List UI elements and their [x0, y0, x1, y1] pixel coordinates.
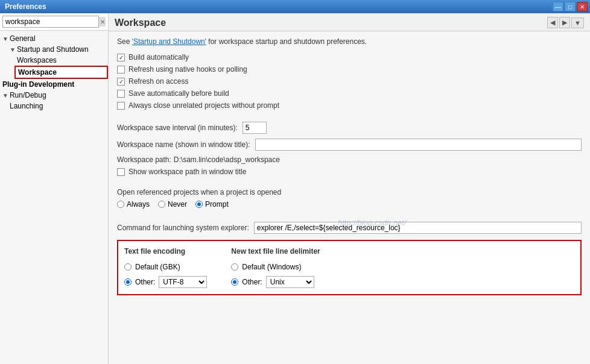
nav-dropdown-button[interactable]: ▼ — [571, 17, 584, 28]
save-interval-label: Workspace save interval (in minutes): — [117, 124, 238, 132]
main-container: ✕ ▼ General ▼ Startup and Shutdown — [0, 13, 590, 364]
option-close-unrelated: Always close unrelated projects without … — [117, 101, 582, 110]
line-delimiter-section: New text file line delimiter Default (Wi… — [231, 247, 320, 288]
build-auto-label: Build automatically — [128, 53, 189, 61]
line-delimiter-title: New text file line delimiter — [231, 247, 320, 256]
command-row: Command for launching system explorer: — [117, 222, 582, 234]
radio-group: Always Never Prompt — [117, 200, 582, 209]
default-gbk-row: Default (GBK) — [124, 263, 207, 271]
refresh-access-label: Refresh on access — [128, 77, 188, 86]
default-windows-radio[interactable] — [231, 263, 238, 271]
text-encoding-section: Text file encoding Default (GBK) Other: … — [124, 247, 207, 288]
command-input[interactable] — [254, 222, 582, 234]
radio-prompt-circle — [195, 201, 203, 208]
other-encoding-label: Other: — [135, 278, 155, 286]
other-delim-row: Other: Unix Windows Mac — [231, 276, 320, 288]
option-refresh-access: Refresh on access — [117, 77, 582, 86]
radio-prompt-label: Prompt — [205, 200, 229, 209]
workspace-path-label: Workspace path: — [117, 155, 171, 164]
see-text: See — [117, 37, 132, 46]
sidebar-item-workspace[interactable]: Workspace — [14, 66, 108, 79]
sidebar-item-plugin-dev[interactable]: Plug-in Development — [0, 79, 108, 90]
sidebar-item-launching-label: Launching — [10, 102, 43, 110]
run-debug-group: Launching — [0, 101, 108, 111]
other-encoding-row: Other: UTF-8 GBK ISO-8859-1 — [124, 276, 207, 288]
option-build-auto: Build automatically — [117, 53, 582, 61]
close-button[interactable]: ✕ — [577, 2, 588, 11]
encoding-box: Text file encoding Default (GBK) Other: … — [117, 240, 582, 295]
sidebar-item-general-label: General — [10, 34, 36, 43]
radio-always-circle — [117, 201, 124, 208]
window-title: Preferences — [5, 2, 46, 11]
sidebar-item-workspaces[interactable]: Workspaces — [14, 55, 108, 66]
default-windows-row: Default (Windows) — [231, 263, 320, 271]
radio-never-label: Never — [168, 200, 187, 209]
sidebar-item-run-debug[interactable]: ▼ Run/Debug — [0, 90, 108, 101]
sidebar-item-startup-shutdown[interactable]: ▼ Startup and Shutdown — [7, 44, 108, 55]
other-delim-radio[interactable] — [231, 278, 238, 286]
sidebar-item-workspaces-label: Workspaces — [17, 56, 57, 64]
workspace-name-row: Workspace name (shown in window title): — [117, 139, 582, 151]
workspace-name-label: Workspace name (shown in window title): — [117, 140, 250, 149]
title-bar: Preferences — □ ✕ — [0, 0, 590, 13]
nav-forward-button[interactable]: ▶ — [559, 17, 570, 28]
close-unrelated-label: Always close unrelated projects without … — [128, 101, 279, 110]
see-line: See 'Startup and Shutdown' for workspace… — [117, 37, 582, 46]
save-interval-input[interactable] — [243, 122, 267, 134]
search-container: ✕ — [0, 13, 108, 31]
radio-never-circle — [158, 201, 165, 208]
left-panel: ✕ ▼ General ▼ Startup and Shutdown — [0, 13, 109, 364]
sidebar-item-plugin-dev-label: Plug-in Development — [2, 80, 74, 89]
sidebar-item-launching[interactable]: Launching — [7, 101, 108, 111]
sidebar-item-workspace-label: Workspace — [18, 68, 57, 77]
save-interval-row: Workspace save interval (in minutes): — [117, 122, 582, 134]
clear-search-button[interactable]: ✕ — [99, 17, 106, 27]
refresh-access-checkbox[interactable] — [117, 78, 125, 86]
restore-button[interactable]: □ — [565, 2, 576, 11]
command-label: Command for launching system explorer: — [117, 224, 249, 232]
other-encoding-radio[interactable] — [124, 278, 132, 286]
save-auto-checkbox[interactable] — [117, 90, 125, 98]
page-title: Workspace — [115, 17, 166, 28]
window-controls: — □ ✕ — [553, 2, 588, 11]
default-windows-label: Default (Windows) — [242, 263, 301, 271]
right-panel: Workspace ◀ ▶ ▼ See 'Startup and Shutdow… — [109, 13, 590, 364]
show-path-checkbox[interactable] — [117, 168, 125, 176]
radio-always-label: Always — [127, 200, 150, 209]
sidebar-item-run-debug-label: Run/Debug — [10, 91, 46, 99]
option-save-auto: Save automatically before build — [117, 89, 582, 98]
workspace-name-input[interactable] — [255, 139, 582, 151]
option-show-path: Show workspace path in window title — [117, 168, 582, 176]
see-suffix: for workspace startup and shutdown prefe… — [206, 37, 367, 46]
expand-rundebug-icon: ▼ — [2, 92, 8, 99]
radio-always[interactable]: Always — [117, 200, 150, 209]
nav-back-button[interactable]: ◀ — [547, 17, 558, 28]
delimiter-select[interactable]: Unix Windows Mac — [266, 276, 314, 288]
encoding-select[interactable]: UTF-8 GBK ISO-8859-1 — [159, 276, 207, 288]
sidebar-item-general[interactable]: ▼ General — [0, 33, 108, 44]
content-area: See 'Startup and Shutdown' for workspace… — [109, 31, 590, 364]
minimize-button[interactable]: — — [553, 2, 563, 11]
expand-startup-icon: ▼ — [10, 46, 16, 53]
search-input[interactable] — [2, 16, 99, 28]
save-auto-label: Save automatically before build — [128, 89, 229, 98]
default-gbk-label: Default (GBK) — [135, 263, 180, 271]
radio-prompt[interactable]: Prompt — [195, 200, 229, 209]
see-link[interactable]: 'Startup and Shutdown' — [132, 37, 206, 46]
build-auto-checkbox[interactable] — [117, 54, 125, 61]
startup-group: Workspaces Workspace — [7, 55, 108, 79]
option-refresh-native: Refresh using native hooks or polling — [117, 65, 582, 74]
close-unrelated-checkbox[interactable] — [117, 102, 125, 110]
open-projects-label: Open referenced projects when a project … — [117, 188, 582, 196]
refresh-native-label: Refresh using native hooks or polling — [128, 65, 247, 74]
workspace-path-value: D:\sam.lin\code\adsp_workspace — [174, 155, 280, 164]
general-group: ▼ Startup and Shutdown Workspaces Worksp… — [0, 44, 108, 79]
text-encoding-title: Text file encoding — [124, 247, 207, 256]
expand-general-icon: ▼ — [2, 36, 8, 42]
show-path-label: Show workspace path in window title — [128, 168, 246, 176]
radio-never[interactable]: Never — [158, 200, 187, 209]
default-gbk-radio[interactable] — [124, 263, 132, 271]
refresh-native-checkbox[interactable] — [117, 66, 125, 74]
nav-buttons: ◀ ▶ ▼ — [547, 17, 584, 28]
sidebar-item-startup-label: Startup and Shutdown — [17, 45, 89, 54]
